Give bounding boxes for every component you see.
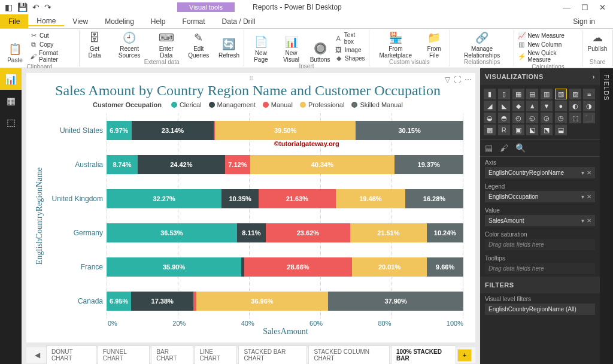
bar-segment[interactable]: 23.62% — [266, 223, 350, 242]
bar-segment[interactable]: 21.63% — [259, 189, 336, 208]
viz-type-icon[interactable]: ▣ — [512, 125, 524, 135]
viz-type-icon[interactable]: ≡ — [583, 89, 595, 99]
cut-button[interactable]: ✂Cut — [30, 31, 75, 40]
filter-pill[interactable]: EnglishCountryRegionName (All) — [485, 304, 595, 315]
tab-view[interactable]: View — [64, 17, 96, 26]
copy-button[interactable]: ⧉Copy — [30, 40, 75, 49]
from-file-button[interactable]: 📁From File — [422, 31, 446, 59]
format-tab-icon[interactable]: 🖌 — [500, 143, 508, 153]
viz-type-icon[interactable]: ◵ — [526, 113, 538, 123]
bar-segment[interactable]: 24.42% — [138, 155, 225, 174]
page-tab[interactable]: STACKED COLUMN CHART — [308, 345, 390, 364]
tab-file[interactable]: File — [0, 14, 28, 28]
bar-row[interactable]: 32.27%10.35%21.63%19.48%16.28% — [107, 189, 463, 208]
page-tab[interactable]: LINE CHART — [195, 345, 238, 364]
bar-segment[interactable]: 17.38% — [131, 292, 193, 311]
redo-icon[interactable]: ↷ — [44, 2, 51, 12]
bar-row[interactable]: 36.53%8.11%23.62%21.51%10.24% — [107, 223, 463, 242]
value-field-pill[interactable]: SalesAmount▾✕ — [485, 215, 595, 226]
viz-type-icon[interactable]: ◶ — [541, 113, 553, 123]
bar-row[interactable]: 35.90%28.66%20.01%9.66% — [107, 257, 463, 277]
viz-type-icon[interactable]: ◣ — [498, 101, 510, 111]
remove-icon[interactable]: ✕ — [587, 193, 591, 200]
bar-segment[interactable]: 21.51% — [350, 223, 427, 242]
viz-type-icon[interactable]: ▲ — [526, 101, 538, 111]
refresh-button[interactable]: 🔄Refresh — [217, 31, 240, 59]
tab-scroll-left[interactable]: ◀ — [30, 348, 45, 362]
textbox-button[interactable]: AText box — [335, 31, 365, 46]
viz-type-icon[interactable]: ◆ — [512, 101, 524, 111]
bar-segment[interactable]: 20.01% — [352, 257, 427, 277]
bar-segment[interactable]: 7.12% — [225, 155, 250, 174]
image-button[interactable]: 🖼Image — [335, 46, 365, 54]
page-tab[interactable]: FUNNEL CHART — [98, 345, 150, 364]
viz-type-icon[interactable]: ▼ — [541, 101, 553, 111]
bar-segment[interactable]: 19.48% — [336, 189, 405, 208]
viz-type-icon[interactable]: ● — [555, 101, 567, 111]
report-view-icon[interactable]: 📊 — [0, 68, 22, 90]
page-tab[interactable]: 100% STACKED BAR — [391, 345, 456, 365]
chart-visual[interactable]: ⠿ ▽ ⛶ ⋯ Sales Amount by Country Region N… — [26, 73, 475, 342]
color-saturation-drop[interactable]: Drag data fields here — [485, 239, 595, 250]
bar-segment[interactable]: 23.14% — [132, 121, 214, 140]
bar-segment[interactable]: 16.28% — [405, 189, 463, 208]
bar-segment[interactable]: 35.90% — [107, 257, 241, 277]
maximize-icon[interactable]: ☐ — [581, 3, 588, 12]
focus-icon[interactable]: ⛶ — [454, 75, 461, 84]
viz-type-icon[interactable]: ⬚ — [569, 113, 581, 123]
viz-type-icon[interactable]: ⬓ — [555, 125, 567, 135]
viz-type-icon[interactable]: ▧ — [555, 89, 567, 99]
viz-type-icon[interactable]: ◓ — [498, 113, 510, 123]
get-data-button[interactable]: 🗄Get Data — [83, 31, 106, 59]
bar-segment[interactable]: 36.96% — [196, 292, 328, 311]
filters-header[interactable]: FILTERS — [480, 277, 600, 293]
bar-segment[interactable]: 8.11% — [237, 223, 266, 242]
filter-icon[interactable]: ▽ — [445, 75, 450, 84]
legend-item-professional[interactable]: Professional — [300, 101, 345, 108]
more-icon[interactable]: ⋯ — [465, 75, 472, 84]
manage-relationships-button[interactable]: 🔗Manage Relationships — [454, 31, 510, 59]
viz-type-icon[interactable]: ▥ — [541, 89, 553, 99]
new-page-button[interactable]: 📄New Page — [248, 31, 274, 63]
buttons-button[interactable]: 🔘Buttons — [309, 31, 332, 63]
viz-type-icon[interactable]: ⬛ — [583, 113, 595, 123]
add-page-button[interactable]: + — [457, 349, 472, 362]
viz-type-icon[interactable]: ◑ — [583, 101, 595, 111]
undo-icon[interactable]: ↶ — [32, 2, 40, 12]
minimize-icon[interactable]: — — [563, 3, 570, 12]
fields-tab-icon[interactable]: ▤ — [485, 143, 493, 153]
legend-item-management[interactable]: Management — [209, 101, 256, 108]
chevron-down-icon[interactable]: ▾ — [581, 193, 584, 200]
bar-segment[interactable]: 10.24% — [427, 223, 463, 242]
viz-type-icon[interactable]: ◴ — [512, 113, 524, 123]
bar-segment[interactable]: 37.90% — [328, 292, 463, 311]
bar-row[interactable]: 6.97%23.14%39.50%30.15% — [107, 121, 463, 140]
bar-segment[interactable]: 19.37% — [394, 155, 463, 174]
new-visual-button[interactable]: 📊New Visual — [277, 31, 305, 63]
tab-modeling[interactable]: Modeling — [96, 17, 142, 26]
enter-data-button[interactable]: ⌨Enter Data — [153, 31, 180, 59]
grip-icon[interactable]: ⠿ — [249, 75, 253, 82]
viz-type-icon[interactable]: ▨ — [569, 89, 581, 99]
format-painter-button[interactable]: 🖌Format Painter — [30, 49, 75, 63]
viz-type-icon[interactable]: ▤ — [526, 89, 538, 99]
bar-segment[interactable]: 9.66% — [427, 257, 463, 277]
tab-help[interactable]: Help — [142, 17, 174, 26]
model-view-icon[interactable]: ⬚ — [0, 111, 22, 133]
remove-icon[interactable]: ✕ — [587, 217, 591, 224]
from-marketplace-button[interactable]: 🏪From Marketplace — [373, 31, 418, 59]
bar-segment[interactable]: 6.95% — [107, 292, 131, 311]
new-measure-button[interactable]: 📈New Measure — [518, 31, 578, 40]
bar-segment[interactable]: 6.97% — [107, 121, 132, 140]
page-tab[interactable]: STACKED BAR CHART — [238, 345, 307, 364]
bar-segment[interactable]: 28.66% — [244, 257, 352, 277]
page-tab[interactable]: BAR CHART — [151, 345, 193, 364]
viz-type-icon[interactable]: ▮ — [484, 89, 496, 99]
close-icon[interactable]: ✕ — [599, 3, 606, 12]
bar-segment[interactable]: 36.53% — [107, 223, 237, 242]
page-tab[interactable]: DONUT CHART — [46, 345, 96, 364]
publish-button[interactable]: ☁Publish — [586, 31, 609, 52]
viz-type-icon[interactable]: ◒ — [484, 113, 496, 123]
edit-queries-button[interactable]: ✎Edit Queries — [183, 31, 214, 59]
bar-segment[interactable]: 10.35% — [221, 189, 259, 208]
